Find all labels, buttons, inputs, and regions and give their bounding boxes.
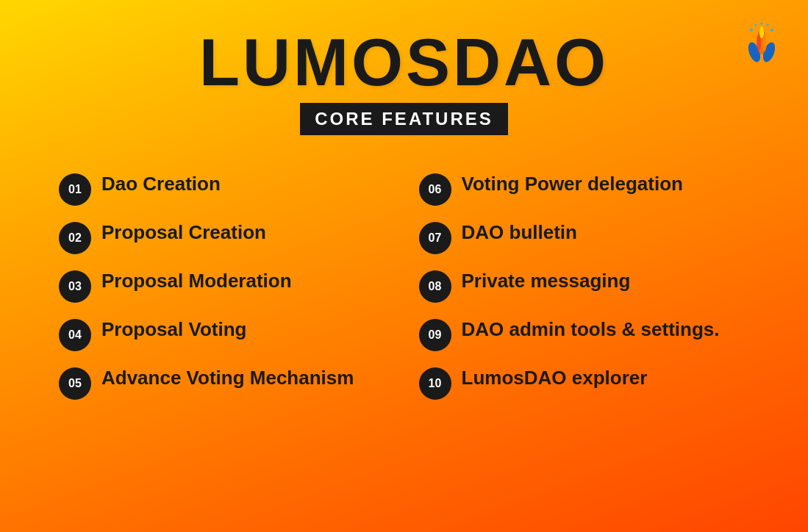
svg-point-10 — [761, 23, 763, 25]
feature-item-private-messaging: 08Private messaging — [404, 262, 765, 310]
feature-text-dao-bulletin: DAO bulletin — [462, 220, 577, 245]
feature-number-proposal-voting: 04 — [59, 319, 91, 351]
svg-point-9 — [767, 24, 769, 26]
feature-text-voting-power-delegation: Voting Power delegation — [462, 172, 683, 196]
feature-text-proposal-voting: Proposal Voting — [101, 317, 246, 342]
feature-item-lumosdao-explorer: 10LumosDAO explorer — [404, 359, 765, 407]
logo — [736, 13, 787, 65]
header-section: LUMOSDAO CORE FEATURES — [199, 0, 609, 135]
main-title: LUMOSDAO — [199, 29, 609, 96]
svg-point-5 — [759, 26, 764, 38]
feature-text-lumosdao-explorer: LumosDAO explorer — [462, 366, 648, 390]
feature-text-advance-voting: Advance Voting Mechanism — [101, 366, 354, 390]
feature-item-dao-admin-tools: 09DAO admin tools & settings. — [404, 310, 765, 359]
feature-number-private-messaging: 08 — [419, 270, 451, 303]
feature-text-dao-creation: Dao Creation — [101, 172, 221, 196]
feature-number-voting-power-delegation: 06 — [419, 173, 451, 206]
feature-item-voting-power-delegation: 06Voting Power delegation — [404, 165, 765, 213]
subtitle-box: CORE FEATURES — [300, 103, 508, 135]
feature-item-dao-bulletin: 07DAO bulletin — [404, 213, 765, 262]
feature-number-proposal-moderation: 03 — [59, 270, 91, 303]
feature-number-dao-bulletin: 07 — [419, 222, 451, 254]
feature-number-dao-admin-tools: 09 — [419, 319, 451, 351]
feature-number-dao-creation: 01 — [59, 173, 91, 206]
feature-number-proposal-creation: 02 — [59, 222, 91, 254]
svg-point-7 — [771, 29, 773, 32]
feature-number-advance-voting: 05 — [59, 367, 91, 400]
feature-item-proposal-moderation: 03Proposal Moderation — [44, 262, 404, 310]
feature-item-proposal-voting: 04Proposal Voting — [44, 310, 404, 359]
feature-number-lumosdao-explorer: 10 — [419, 367, 451, 400]
svg-point-6 — [750, 29, 753, 32]
feature-text-proposal-moderation: Proposal Moderation — [101, 269, 292, 293]
feature-text-proposal-creation: Proposal Creation — [101, 220, 266, 245]
feature-text-private-messaging: Private messaging — [462, 269, 631, 293]
feature-text-dao-admin-tools: DAO admin tools & settings. — [462, 317, 720, 342]
features-grid: 01Dao Creation06Voting Power delegation0… — [0, 143, 808, 422]
page-background: LUMOSDAO CORE FEATURES 01Dao Creation06V… — [0, 0, 808, 532]
svg-point-8 — [755, 24, 757, 26]
feature-item-proposal-creation: 02Proposal Creation — [44, 213, 404, 262]
feature-item-dao-creation: 01Dao Creation — [44, 165, 404, 213]
feature-item-advance-voting: 05Advance Voting Mechanism — [44, 359, 404, 407]
